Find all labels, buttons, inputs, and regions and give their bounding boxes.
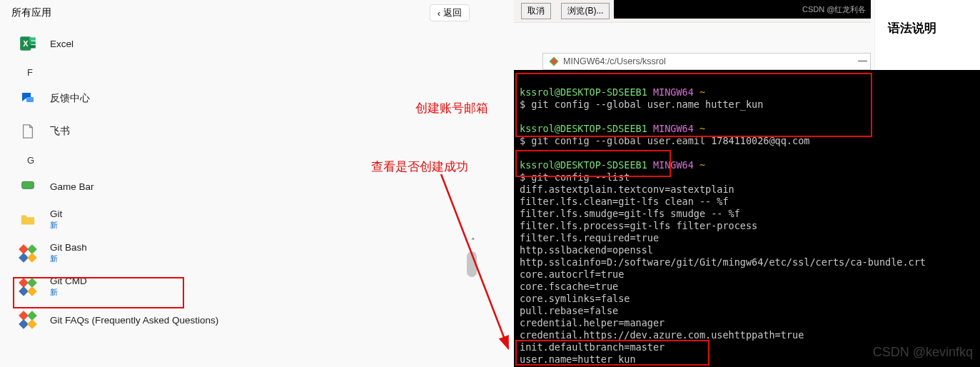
app-excel[interactable]: X Excel bbox=[0, 27, 478, 60]
app-label: Game Bar bbox=[50, 181, 94, 192]
svg-rect-2 bbox=[29, 37, 36, 40]
prompt-sys: MINGW64 bbox=[653, 123, 694, 134]
right-region: 取消 浏览(B)... CSDN @红龙利各 语法说明 MINGW64:/c/U… bbox=[514, 0, 980, 367]
terminal-body[interactable]: kssrol@DESKTOP-SDSEEB1 MINGW64 ~ $ git c… bbox=[514, 70, 980, 367]
app-feishu[interactable]: 飞书 bbox=[0, 115, 478, 148]
out-line: core.fscache=true bbox=[520, 281, 618, 292]
svg-rect-12 bbox=[19, 278, 29, 288]
terminal-title: MINGW64:/c/Users/kssrol bbox=[563, 56, 666, 66]
browser-dialog-strip: 取消 浏览(B)... CSDN @红龙利各 bbox=[514, 0, 871, 23]
excel-icon: X bbox=[17, 33, 39, 54]
back-button[interactable]: ‹ 返回 bbox=[430, 4, 470, 21]
prompt-user: kssrol@DESKTOP-SDSEEB1 bbox=[520, 123, 647, 134]
out-line: pull.rebase=false bbox=[520, 305, 618, 316]
out-line: filter.lfs.required=true bbox=[520, 232, 659, 243]
annotation-create-account: 创建账号邮箱 bbox=[415, 100, 488, 116]
out-line: init.defaultbranch=master bbox=[520, 341, 665, 353]
prompt-user: kssrol@DESKTOP-SDSEEB1 bbox=[520, 86, 647, 98]
app-label: Git bbox=[50, 208, 62, 219]
out-line: filter.lfs.smudge=git-lfs smudge -- %f bbox=[520, 208, 740, 219]
out-line: http.sslbackend=openssl bbox=[520, 244, 653, 256]
out-line: filter.lfs.clean=git-lfs clean -- %f bbox=[520, 196, 729, 207]
app-git-cmd[interactable]: Git CMD 新 bbox=[0, 270, 478, 303]
prompt-tilde: ~ bbox=[699, 159, 705, 171]
svg-rect-10 bbox=[19, 253, 29, 263]
svg-rect-17 bbox=[27, 311, 37, 321]
start-header: 所有应用 ‹ 返回 bbox=[0, 0, 478, 24]
svg-rect-13 bbox=[27, 278, 37, 288]
git-cmd-icon bbox=[17, 276, 39, 298]
scrollbar-thumb[interactable] bbox=[467, 251, 477, 277]
svg-rect-18 bbox=[19, 319, 29, 329]
app-list: X Excel F 反馈中心 飞书 G Game Bar bbox=[0, 24, 478, 336]
scrollbar-chevron-up-icon[interactable]: ˄ bbox=[471, 237, 475, 246]
app-label: 反馈中心 bbox=[50, 92, 90, 105]
svg-rect-5 bbox=[26, 97, 34, 102]
app-label: Excel bbox=[50, 39, 74, 49]
prompt-tilde: ~ bbox=[699, 86, 705, 98]
cmd1: $ git config --global user.name hutter_k… bbox=[520, 99, 763, 110]
out-line: core.symlinks=false bbox=[520, 293, 630, 304]
watermark: CSDN @kevinfkq bbox=[873, 345, 973, 360]
svg-rect-14 bbox=[19, 286, 29, 296]
cmd3: $ git config --list bbox=[520, 171, 630, 183]
svg-rect-15 bbox=[27, 286, 37, 296]
svg-marker-21 bbox=[550, 57, 557, 65]
svg-rect-3 bbox=[29, 41, 36, 44]
out-line: credential.https://dev.azure.com.usehttp… bbox=[520, 329, 804, 341]
app-label: Git Bash bbox=[50, 242, 87, 253]
document-icon bbox=[17, 121, 39, 142]
svg-rect-6 bbox=[22, 181, 34, 188]
cmd2: $ git config --global user.eamil 1784110… bbox=[520, 135, 809, 146]
app-feedback-hub[interactable]: 反馈中心 bbox=[0, 82, 478, 115]
cancel-button[interactable]: 取消 bbox=[521, 3, 551, 19]
start-menu-panel: 所有应用 ‹ 返回 X Excel F 反馈中心 飞书 G bbox=[0, 0, 478, 367]
prompt-user: kssrol@DESKTOP-SDSEEB1 bbox=[520, 159, 647, 171]
app-label: Git FAQs (Frequently Asked Questions) bbox=[50, 315, 218, 326]
browse-button[interactable]: 浏览(B)... bbox=[561, 3, 610, 19]
app-git-faq[interactable]: Git FAQs (Frequently Asked Questions) bbox=[0, 303, 478, 336]
new-badge: 新 bbox=[50, 287, 87, 298]
svg-rect-11 bbox=[27, 253, 37, 263]
gamebar-icon bbox=[17, 176, 39, 197]
csdn-watermark-top: CSDN @红龙利各 bbox=[802, 4, 866, 15]
prompt-tilde: ~ bbox=[699, 123, 705, 134]
app-label: 飞书 bbox=[50, 125, 70, 138]
svg-rect-8 bbox=[19, 244, 29, 254]
folder-icon bbox=[17, 209, 39, 231]
all-apps-title: 所有应用 bbox=[11, 6, 51, 19]
out-line: credential.helper=manager bbox=[520, 317, 665, 328]
minimize-icon[interactable]: — bbox=[858, 55, 867, 66]
svg-rect-16 bbox=[19, 311, 29, 321]
letter-f[interactable]: F bbox=[0, 60, 478, 82]
app-label: Git CMD bbox=[50, 276, 87, 286]
git-bash-icon bbox=[17, 243, 39, 264]
app-git-bash[interactable]: Git Bash 新 bbox=[0, 236, 478, 270]
svg-text:X: X bbox=[23, 39, 29, 48]
app-git-folder[interactable]: Git 新 bbox=[0, 203, 478, 236]
svg-rect-9 bbox=[27, 244, 37, 254]
out-line: user.name=hutter_kun bbox=[520, 353, 636, 365]
svg-rect-19 bbox=[27, 319, 37, 329]
chevron-left-icon: ‹ bbox=[438, 8, 440, 19]
out-line: http.sslcainfo=D:/software/git/Git/mingw… bbox=[520, 256, 926, 268]
feedback-icon bbox=[17, 88, 39, 109]
back-label: 返回 bbox=[443, 6, 462, 19]
git-faq-icon bbox=[17, 309, 39, 331]
svg-rect-4 bbox=[29, 45, 36, 48]
new-badge: 新 bbox=[50, 253, 87, 264]
out-line: filter.lfs.process=git-lfs filter-proces… bbox=[520, 220, 757, 231]
mingw-icon bbox=[549, 56, 559, 66]
syntax-title: 语法说明 bbox=[888, 20, 980, 36]
terminal-titlebar[interactable]: MINGW64:/c/Users/kssrol — bbox=[542, 53, 871, 70]
out-line: diff.astextplain.textconv=astextplain bbox=[520, 184, 734, 195]
new-badge: 新 bbox=[50, 220, 62, 231]
annotation-check-success: 查看是否创建成功 bbox=[371, 159, 468, 175]
out-line: core.autocrlf=true bbox=[520, 268, 624, 280]
prompt-sys: MINGW64 bbox=[653, 86, 694, 98]
prompt-sys: MINGW64 bbox=[653, 159, 694, 171]
